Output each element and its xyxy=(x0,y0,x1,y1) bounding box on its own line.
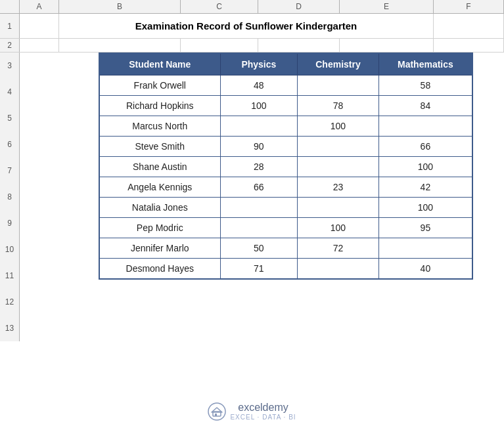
footer-text: exceldemy EXCEL · DATA · BI xyxy=(230,402,296,421)
col-header-chemistry: Chemistry xyxy=(298,53,379,75)
row-num-6: 6 xyxy=(0,131,20,158)
data-table: Student Name Physics Chemistry Mathemati… xyxy=(99,53,473,280)
cell-name-8: Shane Austin xyxy=(99,157,220,177)
row-num-1: 1 xyxy=(0,14,20,38)
cell-name-6: Marcus North xyxy=(99,116,220,137)
col-header-e: E xyxy=(340,0,434,13)
table-row: Frank Orwell4858 xyxy=(99,75,472,96)
row-num-11: 11 xyxy=(0,263,20,289)
cell-mathematics-9: 42 xyxy=(378,177,472,198)
cell-physics-10 xyxy=(220,198,298,218)
col-header-f: F xyxy=(434,0,504,13)
table-section: 3 4 5 6 7 8 9 10 11 12 13 Student Name P… xyxy=(0,53,504,396)
cell-chemistry-13 xyxy=(298,259,379,280)
row-num-10: 10 xyxy=(0,236,20,263)
cell-2f xyxy=(434,39,504,52)
cell-mathematics-10: 100 xyxy=(378,198,472,218)
table-row: Steve Smith9066 xyxy=(99,137,472,157)
col-header-c: C xyxy=(181,0,258,13)
cell-2a xyxy=(20,39,59,52)
cell-mathematics-5: 84 xyxy=(378,96,472,116)
row-num-13: 13 xyxy=(0,315,20,341)
cell-name-10: Natalia Jones xyxy=(99,198,220,218)
col-header-a: A xyxy=(20,0,59,13)
col-header-b: B xyxy=(59,0,181,13)
cell-name-7: Steve Smith xyxy=(99,137,220,157)
cell-mathematics-6 xyxy=(378,116,472,137)
table-row: Natalia Jones100 xyxy=(99,198,472,218)
cell-mathematics-4: 58 xyxy=(378,75,472,96)
table-row: Pep Modric10095 xyxy=(99,218,472,238)
table-container: Student Name Physics Chemistry Mathemati… xyxy=(20,53,504,280)
cell-chemistry-8 xyxy=(298,157,379,177)
cell-chemistry-5: 78 xyxy=(298,96,379,116)
cell-mathematics-7: 66 xyxy=(378,137,472,157)
cell-1f xyxy=(434,14,504,38)
column-headers: A B C D E F xyxy=(0,0,504,14)
row-2: 2 xyxy=(0,39,504,53)
spreadsheet-title: Examination Record of Sunflower Kinderga… xyxy=(59,14,434,38)
cell-2e xyxy=(340,39,434,52)
svg-rect-3 xyxy=(215,414,217,416)
table-row: Richard Hopkins1007884 xyxy=(99,96,472,116)
cell-physics-11 xyxy=(220,218,298,238)
cell-chemistry-12: 72 xyxy=(298,238,379,259)
cell-mathematics-12 xyxy=(378,238,472,259)
cell-2b xyxy=(59,39,181,52)
cell-physics-6 xyxy=(220,116,298,137)
row-num-8: 8 xyxy=(0,184,20,210)
row-num-5: 5 xyxy=(0,105,20,131)
cell-chemistry-4 xyxy=(298,75,379,96)
footer-tagline: EXCEL · DATA · BI xyxy=(230,414,296,421)
cell-physics-7: 90 xyxy=(220,137,298,157)
row-numbers-col: 3 4 5 6 7 8 9 10 11 12 13 xyxy=(0,53,20,341)
exceldemy-icon xyxy=(208,402,226,421)
cell-name-9: Angela Kennigs xyxy=(99,177,220,198)
cell-2d xyxy=(258,39,340,52)
table-row: Desmond Hayes7140 xyxy=(99,259,472,280)
row-num-12: 12 xyxy=(0,289,20,315)
corner-cell xyxy=(0,0,20,13)
cell-chemistry-7 xyxy=(298,137,379,157)
col-header-mathematics: Mathematics xyxy=(378,53,472,75)
cell-physics-4: 48 xyxy=(220,75,298,96)
row-1: 1 Examination Record of Sunflower Kinder… xyxy=(0,14,504,39)
col-header-student-name: Student Name xyxy=(99,53,220,75)
col-header-d: D xyxy=(258,0,340,13)
cell-name-11: Pep Modric xyxy=(99,218,220,238)
spreadsheet: A B C D E F 1 Examination Record of Sunf… xyxy=(0,0,504,426)
table-row: Shane Austin28100 xyxy=(99,157,472,177)
col-header-physics: Physics xyxy=(220,53,298,75)
table-header-row: Student Name Physics Chemistry Mathemati… xyxy=(99,53,472,75)
cell-name-5: Richard Hopkins xyxy=(99,96,220,116)
cell-mathematics-13: 40 xyxy=(378,259,472,280)
cell-physics-8: 28 xyxy=(220,157,298,177)
table-row: Angela Kennigs662342 xyxy=(99,177,472,198)
table-row: Jennifer Marlo5072 xyxy=(99,238,472,259)
cell-name-12: Jennifer Marlo xyxy=(99,238,220,259)
footer-brand-name: exceldemy xyxy=(238,402,288,414)
cell-mathematics-11: 95 xyxy=(378,218,472,238)
row-num-2: 2 xyxy=(0,39,20,52)
cell-physics-9: 66 xyxy=(220,177,298,198)
cell-chemistry-9: 23 xyxy=(298,177,379,198)
cell-physics-13: 71 xyxy=(220,259,298,280)
row-num-9: 9 xyxy=(0,210,20,236)
cell-physics-12: 50 xyxy=(220,238,298,259)
cell-2c xyxy=(181,39,258,52)
cell-chemistry-11: 100 xyxy=(298,218,379,238)
cell-chemistry-10 xyxy=(298,198,379,218)
cell-physics-5: 100 xyxy=(220,96,298,116)
cell-chemistry-6: 100 xyxy=(298,116,379,137)
row-num-7: 7 xyxy=(0,158,20,184)
footer-logo xyxy=(208,402,226,421)
cell-name-13: Desmond Hayes xyxy=(99,259,220,280)
cell-mathematics-8: 100 xyxy=(378,157,472,177)
row-num-4: 4 xyxy=(0,79,20,105)
cell-1a xyxy=(20,14,59,38)
row-num-3: 3 xyxy=(0,53,20,79)
footer: exceldemy EXCEL · DATA · BI xyxy=(0,396,504,426)
cell-name-4: Frank Orwell xyxy=(99,75,220,96)
table-row: Marcus North100 xyxy=(99,116,472,137)
